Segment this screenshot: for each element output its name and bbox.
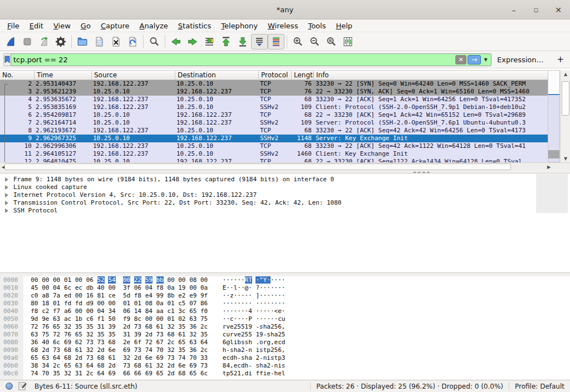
hex-byte[interactable]: 74 [31, 370, 38, 377]
hex-byte[interactable]: 06 [86, 276, 94, 284]
ascii-char[interactable]: · [230, 307, 234, 315]
ascii-char[interactable]: 5 [237, 323, 241, 330]
packet-row-9[interactable]: 92.96296732510.25.0.10192.168.122.237SSH… [0, 135, 548, 142]
hex-byte[interactable]: 35 [53, 370, 60, 377]
start-capture-button[interactable] [2, 34, 19, 49]
hex-byte[interactable]: 81 [97, 292, 105, 299]
ascii-char[interactable]: · [278, 292, 282, 299]
ascii-char[interactable]: c [230, 315, 234, 322]
colorize-button[interactable] [268, 34, 284, 49]
hex-byte[interactable]: 2c [86, 370, 94, 377]
hex-byte[interactable]: 69 [156, 354, 164, 361]
ascii-char[interactable]: T [248, 276, 252, 284]
ascii-char[interactable]: 2 [278, 331, 282, 338]
go-forward-button[interactable] [184, 34, 201, 49]
hex-byte[interactable]: 68 [145, 323, 153, 330]
hex-byte[interactable]: 50 [108, 315, 115, 322]
ascii-char[interactable]: h [248, 339, 252, 346]
detail-line-0[interactable]: Frame 9: 1148 bytes on wire (9184 bits),… [0, 176, 570, 183]
ascii-char[interactable]: , [282, 323, 286, 330]
ascii-char[interactable]: s [259, 346, 263, 354]
hex-byte[interactable]: d9 [86, 300, 94, 307]
hex-byte[interactable]: ec [75, 284, 82, 291]
ascii-char[interactable]: · [267, 307, 271, 315]
hex-byte[interactable]: 64 [53, 354, 60, 361]
ascii-char[interactable]: · [241, 315, 245, 322]
hex-byte[interactable]: 36 [31, 339, 38, 346]
hex-byte[interactable]: 65 [189, 370, 196, 377]
ascii-char[interactable]: · [255, 307, 259, 315]
hex-byte[interactable]: 2d [97, 346, 105, 354]
ascii-char[interactable]: , [241, 370, 245, 377]
ascii-char[interactable]: · [230, 300, 234, 307]
hex-byte[interactable]: a6 [64, 307, 71, 315]
hex-byte[interactable]: 73 [86, 339, 94, 346]
hex-byte[interactable]: fd [64, 300, 71, 307]
ascii-char[interactable]: s [255, 362, 259, 369]
hex-byte[interactable]: c2 [42, 307, 49, 315]
hex-byte[interactable]: 39 [134, 331, 141, 338]
hex-byte[interactable]: c0 [31, 292, 38, 299]
ascii-char[interactable]: · [259, 284, 263, 291]
menu-file[interactable]: File [2, 21, 24, 31]
go-to-packet-button[interactable] [201, 34, 218, 49]
hex-byte[interactable]: 6f [134, 339, 141, 346]
ascii-char[interactable]: · [255, 300, 259, 307]
hex-byte[interactable]: 62 [75, 339, 82, 346]
ascii-char[interactable]: d [282, 339, 286, 346]
ascii-char[interactable]: · [237, 292, 241, 299]
hex-byte[interactable]: ac [64, 315, 71, 322]
hex-byte[interactable]: 0a [167, 284, 174, 291]
hex-byte[interactable]: 45 [31, 284, 38, 291]
ascii-char[interactable]: b [237, 339, 241, 346]
hex-byte[interactable]: 33 [200, 354, 208, 361]
hex-byte[interactable]: 00 [123, 276, 130, 284]
ascii-char[interactable]: 5 [248, 331, 252, 338]
ascii-char[interactable]: 5 [241, 323, 245, 330]
hex-row-0090[interactable]: 0090 68 2d 73 68 61 32 2d 6e 69 73 74 70… [0, 346, 570, 354]
ascii-char[interactable]: s [271, 354, 274, 361]
hex-byte[interactable]: 18 [42, 300, 49, 307]
ascii-char[interactable]: c [226, 354, 230, 361]
hex-byte[interactable]: f0 [200, 307, 208, 315]
ascii-char[interactable]: v [226, 323, 230, 330]
packet-row-8[interactable]: 82.962193672192.168.122.23710.25.0.10TCP… [0, 127, 548, 135]
ascii-char[interactable]: P [248, 315, 252, 322]
ascii-char[interactable]: · [271, 307, 274, 315]
ascii-char[interactable]: h [259, 362, 263, 369]
hex-byte[interactable]: 73 [86, 354, 94, 361]
detail-line-2[interactable]: Internet Protocol Version 4, Src: 10.25.… [0, 191, 570, 199]
ascii-char[interactable]: · [241, 307, 245, 315]
ascii-char[interactable]: , [230, 362, 234, 369]
ascii-char[interactable]: · [267, 315, 271, 322]
packet-list-hscrollbar[interactable]: ◀ ▶ [0, 162, 570, 170]
ascii-char[interactable]: - [255, 323, 259, 330]
ascii-char[interactable]: e [278, 370, 282, 377]
hex-byte[interactable]: 66 [134, 370, 141, 377]
hex-byte[interactable]: 2d [75, 354, 82, 361]
hex-byte[interactable]: ce [108, 292, 115, 299]
ascii-char[interactable]: · [267, 300, 271, 307]
hex-byte[interactable]: 68 [31, 346, 38, 354]
col-length[interactable]: Length [292, 71, 314, 80]
hex-byte[interactable]: 00 [108, 300, 115, 307]
hex-byte[interactable]: 61 [108, 354, 115, 361]
packet-row-6[interactable]: 62.95420981710.25.0.10192.168.122.237TCP… [0, 111, 548, 119]
detail-line-3[interactable]: Transmission Control Protocol, Src Port:… [0, 199, 570, 207]
ascii-char[interactable]: · [226, 307, 230, 315]
hex-byte[interactable]: 73 [167, 354, 174, 361]
go-back-button[interactable] [168, 34, 184, 49]
hex-byte[interactable]: fd [75, 300, 82, 307]
ascii-char[interactable]: · [278, 300, 282, 307]
hex-byte[interactable]: 61 [75, 346, 82, 354]
expand-arrow-icon[interactable] [5, 185, 8, 190]
menu-wireless[interactable]: Wireless [263, 21, 303, 31]
ascii-char[interactable]: 2 [271, 346, 274, 354]
hex-byte[interactable]: 01 [53, 300, 60, 307]
hex-row-0010[interactable]: 0010 45 00 04 6c ec db 40 00 3f 06 04 f8… [0, 284, 570, 292]
ascii-char[interactable]: e [278, 307, 282, 315]
ascii-char[interactable]: 2 [267, 362, 271, 369]
hex-byte[interactable]: 64 [200, 339, 208, 346]
ascii-char[interactable]: s [267, 331, 271, 338]
ascii-char[interactable]: · [271, 292, 274, 299]
